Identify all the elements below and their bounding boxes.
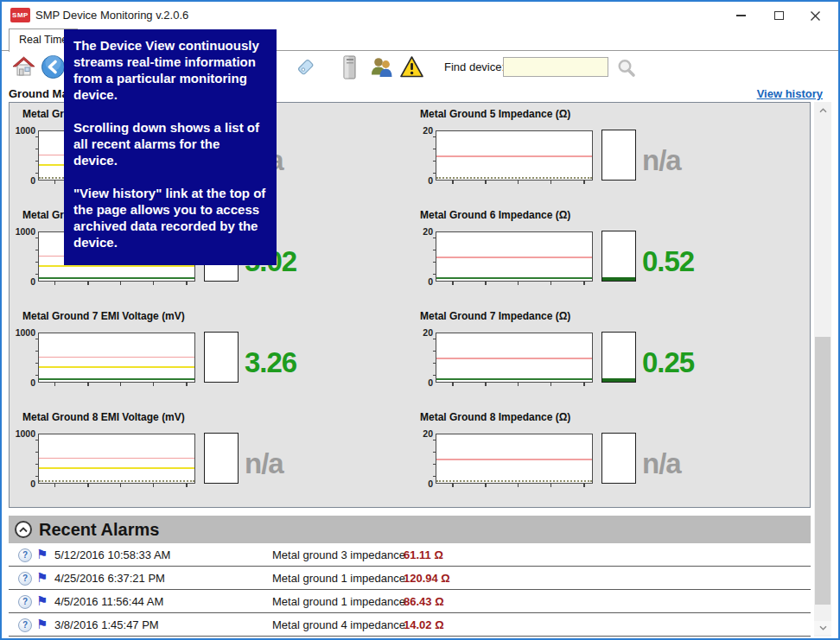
users-icon bbox=[368, 55, 395, 79]
search-button[interactable] bbox=[615, 58, 638, 82]
alarm-row[interactable]: ? ⚑ 4/5/2016 11:56:44 AM Metal ground 1 … bbox=[9, 590, 811, 613]
tag-icon bbox=[294, 55, 317, 79]
flag-icon[interactable]: ⚑ bbox=[36, 547, 48, 562]
help-icon[interactable]: ? bbox=[18, 572, 32, 586]
help-icon[interactable]: ? bbox=[18, 618, 32, 632]
chart-value: n/a bbox=[642, 447, 681, 480]
device-view-tooltip: The Device View continuously streams rea… bbox=[64, 29, 277, 265]
server-button[interactable] bbox=[341, 54, 358, 84]
alarm-value: 14.02 Ω bbox=[404, 618, 444, 631]
flag-icon[interactable]: ⚑ bbox=[36, 617, 48, 632]
y-axis-max: 1000 bbox=[13, 327, 35, 338]
warning-button[interactable] bbox=[399, 55, 424, 82]
alarm-value: 86.43 Ω bbox=[404, 595, 444, 608]
title-bar: SMP SMP Device Monitoring v.2.0.6 bbox=[2, 2, 838, 28]
flag-icon[interactable]: ⚑ bbox=[36, 570, 48, 586]
vertical-scrollbar[interactable] bbox=[814, 102, 831, 637]
back-button[interactable] bbox=[41, 54, 66, 83]
chart-plot bbox=[436, 333, 593, 383]
alarm-value: 61.11 Ω bbox=[404, 548, 443, 561]
back-arrow-icon bbox=[41, 54, 66, 79]
view-history-link[interactable]: View history bbox=[757, 87, 823, 100]
chart-title: Metal Ground 6 Impedance (Ω) bbox=[420, 209, 570, 221]
y-axis-min: 0 bbox=[410, 175, 433, 186]
chart-plot bbox=[38, 434, 195, 484]
y-axis-min: 0 bbox=[410, 478, 433, 489]
chevron-down-icon bbox=[819, 625, 827, 630]
y-axis-min: 0 bbox=[13, 478, 35, 489]
find-device-label: Find device: bbox=[444, 60, 505, 73]
chart-value: 3.26 bbox=[245, 346, 296, 379]
y-axis-min: 0 bbox=[13, 377, 35, 388]
alarm-description: Metal ground 3 impedance bbox=[272, 548, 405, 561]
scrollbar-thumb[interactable] bbox=[815, 337, 830, 605]
tooltip-paragraph: "View history" link at the top of the pa… bbox=[73, 185, 267, 250]
help-icon[interactable]: ? bbox=[18, 595, 32, 609]
scroll-down-button[interactable] bbox=[814, 621, 831, 635]
find-device-input[interactable] bbox=[503, 57, 608, 77]
chart-block-mg8-emi: Metal Ground 8 EMI Voltage (mV) 1000 0 n… bbox=[13, 411, 410, 508]
y-axis-max: 20 bbox=[410, 327, 433, 338]
app-logo-icon: SMP bbox=[10, 8, 30, 22]
home-button[interactable] bbox=[11, 55, 36, 82]
level-gauge bbox=[601, 332, 636, 383]
y-axis-max: 1000 bbox=[13, 226, 35, 237]
users-button[interactable] bbox=[368, 55, 395, 82]
chart-block-mg7-emi: Metal Ground 7 EMI Voltage (mV) 1000 0 3… bbox=[13, 310, 410, 407]
chart-plot bbox=[436, 434, 593, 484]
scroll-up-button[interactable] bbox=[814, 104, 831, 117]
tooltip-paragraph: Scrolling down shows a list of all recen… bbox=[73, 119, 267, 168]
tag-button[interactable] bbox=[294, 55, 317, 82]
home-icon bbox=[11, 55, 36, 79]
alarm-timestamp: 5/12/2016 10:58:33 AM bbox=[54, 548, 170, 561]
chart-block-mg8-impedance: Metal Ground 8 Impedance (Ω) 20 0 n/a bbox=[410, 411, 808, 508]
maximize-button[interactable] bbox=[764, 5, 793, 26]
alarm-timestamp: 4/5/2016 11:56:44 AM bbox=[54, 595, 163, 608]
level-gauge bbox=[601, 433, 636, 484]
recent-alarms-section: Recent Alarms ? ⚑ 5/12/2016 10:58:33 AM … bbox=[9, 516, 811, 637]
alarm-value: 120.94 Ω bbox=[404, 572, 450, 585]
alarm-description: Metal ground 1 impedance bbox=[272, 595, 405, 608]
alarm-row[interactable]: ? ⚑ 5/12/2016 10:58:33 AM Metal ground 3… bbox=[9, 543, 811, 567]
chart-title: Metal Ground 7 EMI Voltage (mV) bbox=[22, 310, 185, 322]
y-axis-min: 0 bbox=[13, 175, 35, 186]
search-icon bbox=[615, 58, 638, 79]
app-window: SMP SMP Device Monitoring v.2.0.6 Real T… bbox=[0, 0, 840, 640]
chevron-up-icon bbox=[19, 527, 28, 533]
y-axis-min: 0 bbox=[410, 276, 433, 287]
level-gauge bbox=[204, 332, 239, 383]
chart-plot bbox=[436, 130, 593, 181]
alarm-row[interactable]: ? ⚑ 3/8/2016 1:45:47 PM Metal ground 4 i… bbox=[9, 613, 811, 637]
alarm-timestamp: 4/25/2016 6:37:21 PM bbox=[54, 572, 165, 585]
flag-icon[interactable]: ⚑ bbox=[36, 593, 48, 609]
chart-value: 0.52 bbox=[642, 245, 694, 278]
chart-title: Metal Ground 5 Impedance (Ω) bbox=[420, 108, 570, 120]
alarm-timestamp: 3/8/2016 1:45:47 PM bbox=[54, 618, 159, 631]
chart-title: Metal Ground 7 Impedance (Ω) bbox=[420, 310, 570, 322]
y-axis-min: 0 bbox=[410, 377, 433, 388]
chart-value: n/a bbox=[245, 447, 283, 480]
y-axis-max: 20 bbox=[410, 226, 433, 237]
level-gauge bbox=[204, 433, 239, 484]
minimize-icon bbox=[736, 15, 746, 16]
collapse-button[interactable] bbox=[15, 521, 32, 538]
chart-plot bbox=[436, 231, 593, 282]
tooltip-paragraph: The Device View continuously streams rea… bbox=[73, 37, 267, 103]
chart-plot bbox=[38, 333, 195, 383]
y-axis-max: 20 bbox=[410, 125, 433, 136]
level-gauge bbox=[601, 130, 636, 181]
y-axis-max: 1000 bbox=[13, 125, 35, 136]
window-title: SMP Device Monitoring v.2.0.6 bbox=[35, 9, 188, 22]
close-button[interactable] bbox=[800, 5, 830, 26]
chart-block-mg6-impedance: Metal Ground 6 Impedance (Ω) 20 0 0.52 bbox=[410, 209, 808, 306]
minimize-button[interactable] bbox=[726, 5, 755, 26]
help-icon[interactable]: ? bbox=[18, 548, 32, 562]
warning-icon bbox=[399, 55, 424, 79]
y-axis-min: 0 bbox=[13, 276, 35, 287]
maximize-icon bbox=[774, 11, 784, 20]
alarm-row[interactable]: ? ⚑ 4/25/2016 6:37:21 PM Metal ground 1 … bbox=[9, 567, 811, 590]
y-axis-max: 20 bbox=[410, 428, 433, 439]
chart-block-mg7-impedance: Metal Ground 7 Impedance (Ω) 20 0 0.25 bbox=[410, 310, 808, 407]
recent-alarms-header: Recent Alarms bbox=[9, 516, 811, 543]
y-axis-max: 1000 bbox=[13, 428, 35, 439]
